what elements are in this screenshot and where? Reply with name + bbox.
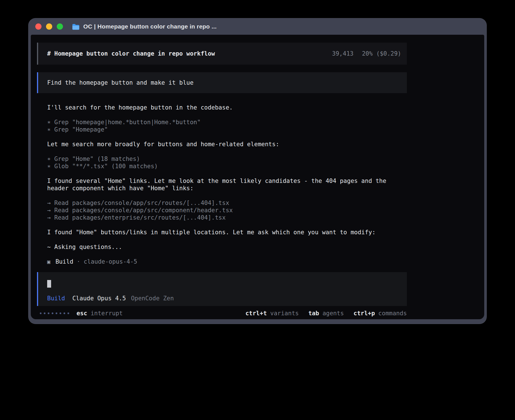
assistant-text: Let me search more broadly for buttons a…	[47, 141, 401, 148]
prompt-input[interactable]: Build Claude Opus 4.5 OpenCode Zen	[37, 272, 407, 306]
minimize-button[interactable]	[46, 23, 52, 30]
tool-call-line: ∗ Grep "homepage|home.*button|Home.*butt…	[47, 119, 401, 126]
spinner-dots	[40, 312, 69, 314]
status-bar: esc interrupt ctrl+t variants tab agents…	[37, 310, 407, 317]
window-titlebar[interactable]: OC | Homepage button color change in rep…	[29, 18, 486, 35]
esc-interrupt-hint: esc interrupt	[77, 310, 123, 317]
window-title-group: OC | Homepage button color change in rep…	[72, 23, 217, 30]
agents-label: agents	[322, 310, 344, 317]
window-title: OC | Homepage button color change in rep…	[83, 23, 217, 30]
assistant-text: I found "Home" buttons/links in multiple…	[47, 229, 401, 236]
agents-hint: tab agents	[308, 310, 344, 317]
variants-label: variants	[270, 310, 299, 317]
traffic-lights	[35, 23, 63, 30]
assistant-text: I found several "Home" links. Let me loo…	[47, 177, 401, 192]
agent-mode-icon: ▣	[47, 258, 50, 265]
tool-call-line: → Read packages/console/app/src/componen…	[47, 207, 401, 214]
esc-label: interrupt	[91, 310, 123, 317]
tool-call-line: ∗ Grep "Homepage"	[47, 126, 401, 133]
agents-key: tab	[308, 310, 319, 317]
session-meta: 39,413 20% ($0.29)	[332, 50, 401, 57]
status-bar-hints: ctrl+t variants tab agents ctrl+p comman…	[245, 310, 407, 317]
agent-separator: ·	[77, 258, 80, 265]
assistant-text: I'll search for the homepage button in t…	[47, 104, 401, 111]
session-title: # Homepage button color change in repo w…	[47, 50, 215, 57]
input-provider-label: OpenCode Zen	[131, 295, 174, 302]
terminal-content: # Homepage button color change in repo w…	[31, 35, 484, 319]
user-message: Find the homepage button and make it blu…	[37, 72, 407, 93]
tool-call-line: → Read packages/enterprise/src/routes/[.…	[47, 214, 401, 221]
input-model-label: Claude Opus 4.5	[72, 295, 126, 302]
terminal-window: OC | Homepage button color change in rep…	[28, 18, 487, 324]
commands-label: commands	[378, 310, 407, 317]
user-message-text: Find the homepage button and make it blu…	[47, 79, 193, 86]
variants-hint: ctrl+t variants	[245, 310, 299, 317]
context-usage: 20% ($0.29)	[362, 50, 401, 57]
agent-mode-label: Build	[55, 258, 73, 265]
tool-call-line: ∗ Glob "**/*.tsx" (100 matches)	[47, 163, 401, 170]
input-mode-label: Build	[47, 295, 65, 302]
variants-key: ctrl+t	[245, 310, 267, 317]
close-button[interactable]	[35, 23, 42, 30]
folder-icon	[72, 23, 80, 30]
zoom-button[interactable]	[57, 23, 63, 30]
commands-key: ctrl+p	[353, 310, 375, 317]
status-text: ~ Asking questions...	[47, 243, 401, 251]
esc-key: esc	[77, 310, 87, 317]
token-count: 39,413	[332, 50, 353, 57]
commands-hint: ctrl+p commands	[353, 310, 407, 317]
agent-status-row: ▣ Build · claude-opus-4-5	[47, 258, 401, 265]
session-header: # Homepage button color change in repo w…	[37, 43, 407, 65]
prompt-meta-row: Build Claude Opus 4.5 OpenCode Zen	[47, 295, 407, 302]
agent-model-label: claude-opus-4-5	[84, 258, 137, 265]
tool-call-line: ∗ Grep "Home" (18 matches)	[47, 155, 401, 163]
chat-transcript: I'll search for the homepage button in t…	[37, 93, 407, 265]
tool-call-line: → Read packages/console/app/src/routes/[…	[47, 199, 401, 207]
text-cursor	[47, 280, 51, 288]
